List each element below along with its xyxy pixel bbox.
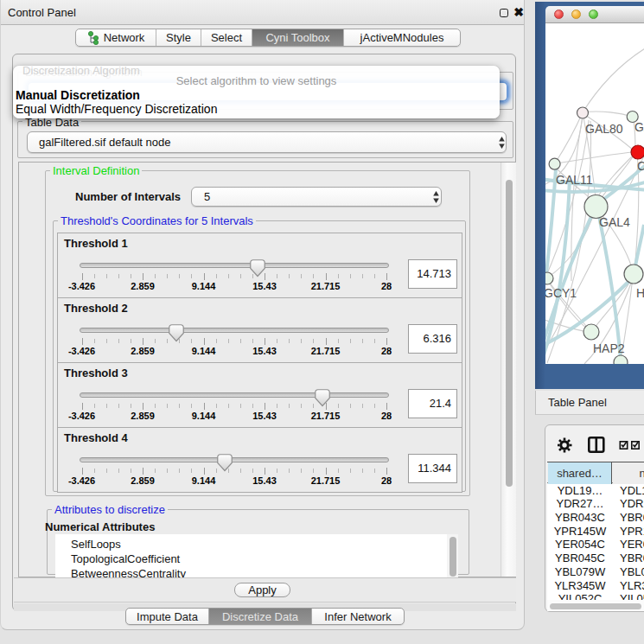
svg-text:H: H [636,286,644,300]
svg-text:HAP2: HAP2 [593,341,625,355]
svg-text:GAL11: GAL11 [556,173,593,187]
svg-text:GCY1: GCY1 [545,286,577,300]
svg-text:C: C [637,159,644,173]
svg-text:GA: GA [634,120,644,134]
svg-text:GAL80: GAL80 [585,122,623,136]
svg-text:GAL4: GAL4 [599,215,630,229]
